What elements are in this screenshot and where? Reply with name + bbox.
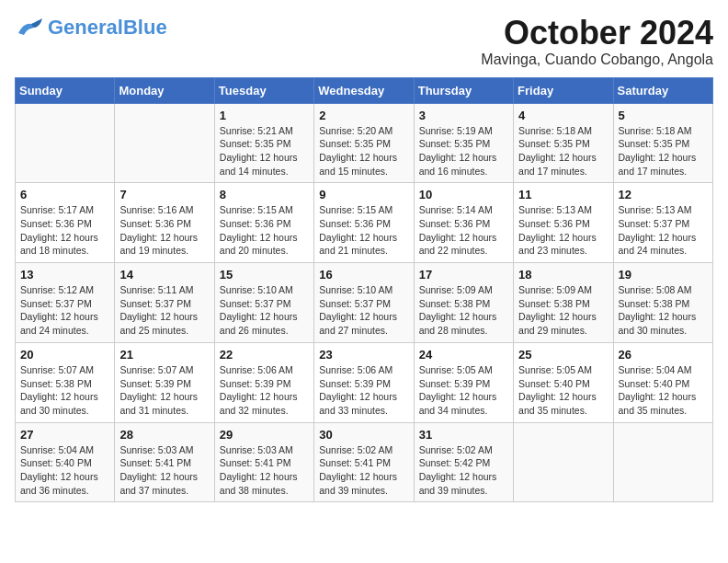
calendar-day-cell: 18Sunrise: 5:09 AM Sunset: 5:38 PM Dayli… bbox=[514, 263, 613, 343]
calendar-day-cell: 29Sunrise: 5:03 AM Sunset: 5:41 PM Dayli… bbox=[214, 422, 313, 502]
day-info: Sunrise: 5:06 AM Sunset: 5:39 PM Dayligh… bbox=[220, 363, 309, 418]
calendar-day-cell: 1Sunrise: 5:21 AM Sunset: 5:35 PM Daylig… bbox=[214, 103, 313, 183]
day-number: 18 bbox=[518, 268, 608, 282]
day-info: Sunrise: 5:05 AM Sunset: 5:39 PM Dayligh… bbox=[419, 363, 508, 418]
calendar-day-cell: 11Sunrise: 5:13 AM Sunset: 5:36 PM Dayli… bbox=[514, 183, 613, 263]
logo-blue: Blue bbox=[123, 16, 167, 39]
calendar-day-cell bbox=[613, 422, 712, 502]
day-info: Sunrise: 5:10 AM Sunset: 5:37 PM Dayligh… bbox=[319, 283, 408, 338]
day-number: 15 bbox=[220, 268, 309, 282]
calendar-day-cell: 16Sunrise: 5:10 AM Sunset: 5:37 PM Dayli… bbox=[314, 263, 414, 343]
day-of-week-header: Tuesday bbox=[214, 77, 313, 103]
day-info: Sunrise: 5:03 AM Sunset: 5:41 PM Dayligh… bbox=[119, 443, 209, 498]
day-number: 31 bbox=[419, 428, 508, 442]
day-number: 10 bbox=[419, 188, 508, 201]
day-info: Sunrise: 5:21 AM Sunset: 5:35 PM Dayligh… bbox=[220, 124, 309, 178]
day-info: Sunrise: 5:18 AM Sunset: 5:35 PM Dayligh… bbox=[518, 124, 608, 178]
calendar-day-cell: 25Sunrise: 5:05 AM Sunset: 5:40 PM Dayli… bbox=[514, 342, 613, 422]
day-number: 4 bbox=[518, 109, 608, 122]
calendar-day-cell: 12Sunrise: 5:13 AM Sunset: 5:37 PM Dayli… bbox=[613, 183, 712, 263]
title-block: October 2024 Mavinga, Cuando Cobango, An… bbox=[481, 15, 713, 68]
day-number: 12 bbox=[619, 188, 708, 201]
calendar-day-cell bbox=[16, 103, 115, 183]
day-number: 30 bbox=[319, 428, 408, 442]
day-number: 3 bbox=[419, 109, 508, 122]
day-number: 24 bbox=[419, 348, 508, 362]
day-info: Sunrise: 5:08 AM Sunset: 5:38 PM Dayligh… bbox=[619, 283, 708, 338]
calendar-week-row: 27Sunrise: 5:04 AM Sunset: 5:40 PM Dayli… bbox=[16, 422, 713, 502]
day-info: Sunrise: 5:11 AM Sunset: 5:37 PM Dayligh… bbox=[119, 283, 209, 338]
day-info: Sunrise: 5:14 AM Sunset: 5:36 PM Dayligh… bbox=[419, 203, 508, 258]
day-info: Sunrise: 5:05 AM Sunset: 5:40 PM Dayligh… bbox=[518, 363, 608, 418]
calendar-day-cell: 31Sunrise: 5:02 AM Sunset: 5:42 PM Dayli… bbox=[414, 422, 513, 502]
calendar-day-cell: 22Sunrise: 5:06 AM Sunset: 5:39 PM Dayli… bbox=[214, 342, 313, 422]
logo-general: General bbox=[48, 16, 123, 39]
calendar-day-cell: 10Sunrise: 5:14 AM Sunset: 5:36 PM Dayli… bbox=[414, 183, 513, 263]
logo: GeneralBlue bbox=[15, 15, 167, 40]
calendar-day-cell: 15Sunrise: 5:10 AM Sunset: 5:37 PM Dayli… bbox=[214, 263, 313, 343]
day-of-week-header: Monday bbox=[115, 77, 214, 103]
day-info: Sunrise: 5:15 AM Sunset: 5:36 PM Dayligh… bbox=[319, 203, 408, 258]
day-number: 5 bbox=[619, 109, 708, 122]
day-number: 6 bbox=[20, 188, 109, 201]
calendar-day-cell: 3Sunrise: 5:19 AM Sunset: 5:35 PM Daylig… bbox=[414, 103, 513, 183]
day-of-week-header: Sunday bbox=[16, 77, 115, 103]
day-info: Sunrise: 5:02 AM Sunset: 5:41 PM Dayligh… bbox=[319, 443, 408, 498]
day-number: 27 bbox=[20, 428, 109, 442]
day-info: Sunrise: 5:04 AM Sunset: 5:40 PM Dayligh… bbox=[619, 363, 708, 418]
calendar-day-cell: 4Sunrise: 5:18 AM Sunset: 5:35 PM Daylig… bbox=[514, 103, 613, 183]
day-info: Sunrise: 5:18 AM Sunset: 5:35 PM Dayligh… bbox=[619, 124, 708, 178]
day-number: 19 bbox=[619, 268, 708, 282]
day-number: 13 bbox=[20, 268, 109, 282]
day-number: 11 bbox=[518, 188, 608, 201]
day-of-week-header: Thursday bbox=[414, 77, 513, 103]
day-number: 1 bbox=[220, 109, 309, 122]
calendar-day-cell: 13Sunrise: 5:12 AM Sunset: 5:37 PM Dayli… bbox=[16, 263, 115, 343]
calendar-day-cell: 20Sunrise: 5:07 AM Sunset: 5:38 PM Dayli… bbox=[16, 342, 115, 422]
day-number: 7 bbox=[119, 188, 209, 201]
day-number: 29 bbox=[220, 428, 309, 442]
calendar-day-cell: 8Sunrise: 5:15 AM Sunset: 5:36 PM Daylig… bbox=[214, 183, 313, 263]
day-info: Sunrise: 5:12 AM Sunset: 5:37 PM Dayligh… bbox=[20, 283, 109, 338]
calendar-week-row: 20Sunrise: 5:07 AM Sunset: 5:38 PM Dayli… bbox=[16, 342, 713, 422]
day-number: 20 bbox=[20, 348, 109, 362]
page-header: GeneralBlue October 2024 Mavinga, Cuando… bbox=[15, 15, 713, 68]
calendar-day-cell: 17Sunrise: 5:09 AM Sunset: 5:38 PM Dayli… bbox=[414, 263, 513, 343]
day-of-week-header: Wednesday bbox=[314, 77, 414, 103]
day-number: 8 bbox=[220, 188, 309, 201]
day-info: Sunrise: 5:06 AM Sunset: 5:39 PM Dayligh… bbox=[319, 363, 408, 418]
day-info: Sunrise: 5:07 AM Sunset: 5:38 PM Dayligh… bbox=[20, 363, 109, 418]
day-number: 22 bbox=[220, 348, 309, 362]
day-info: Sunrise: 5:13 AM Sunset: 5:36 PM Dayligh… bbox=[518, 203, 608, 258]
day-number: 2 bbox=[319, 109, 408, 122]
logo-icon bbox=[15, 15, 44, 40]
calendar-day-cell: 26Sunrise: 5:04 AM Sunset: 5:40 PM Dayli… bbox=[613, 342, 712, 422]
calendar-day-cell: 30Sunrise: 5:02 AM Sunset: 5:41 PM Dayli… bbox=[314, 422, 414, 502]
day-info: Sunrise: 5:03 AM Sunset: 5:41 PM Dayligh… bbox=[220, 443, 309, 498]
day-number: 14 bbox=[119, 268, 209, 282]
calendar-day-cell: 14Sunrise: 5:11 AM Sunset: 5:37 PM Dayli… bbox=[115, 263, 214, 343]
day-number: 23 bbox=[319, 348, 408, 362]
day-number: 28 bbox=[119, 428, 209, 442]
day-of-week-header: Saturday bbox=[613, 77, 712, 103]
day-number: 16 bbox=[319, 268, 408, 282]
day-of-week-header: Friday bbox=[514, 77, 613, 103]
day-info: Sunrise: 5:20 AM Sunset: 5:35 PM Dayligh… bbox=[319, 124, 408, 178]
day-info: Sunrise: 5:07 AM Sunset: 5:39 PM Dayligh… bbox=[119, 363, 209, 418]
calendar-day-cell: 21Sunrise: 5:07 AM Sunset: 5:39 PM Dayli… bbox=[115, 342, 214, 422]
day-info: Sunrise: 5:16 AM Sunset: 5:36 PM Dayligh… bbox=[119, 203, 209, 258]
day-number: 25 bbox=[518, 348, 608, 362]
calendar-day-cell: 24Sunrise: 5:05 AM Sunset: 5:39 PM Dayli… bbox=[414, 342, 513, 422]
day-info: Sunrise: 5:04 AM Sunset: 5:40 PM Dayligh… bbox=[20, 443, 109, 498]
day-info: Sunrise: 5:19 AM Sunset: 5:35 PM Dayligh… bbox=[419, 124, 508, 178]
day-info: Sunrise: 5:09 AM Sunset: 5:38 PM Dayligh… bbox=[518, 283, 608, 338]
calendar-day-cell: 2Sunrise: 5:20 AM Sunset: 5:35 PM Daylig… bbox=[314, 103, 414, 183]
day-number: 26 bbox=[619, 348, 708, 362]
calendar-header: SundayMondayTuesdayWednesdayThursdayFrid… bbox=[16, 77, 713, 103]
calendar-day-cell bbox=[514, 422, 613, 502]
calendar-day-cell: 6Sunrise: 5:17 AM Sunset: 5:36 PM Daylig… bbox=[16, 183, 115, 263]
calendar-week-row: 13Sunrise: 5:12 AM Sunset: 5:37 PM Dayli… bbox=[16, 263, 713, 343]
month-title: October 2024 bbox=[481, 15, 713, 52]
calendar-day-cell bbox=[115, 103, 214, 183]
logo-text-block: GeneralBlue bbox=[48, 17, 167, 38]
